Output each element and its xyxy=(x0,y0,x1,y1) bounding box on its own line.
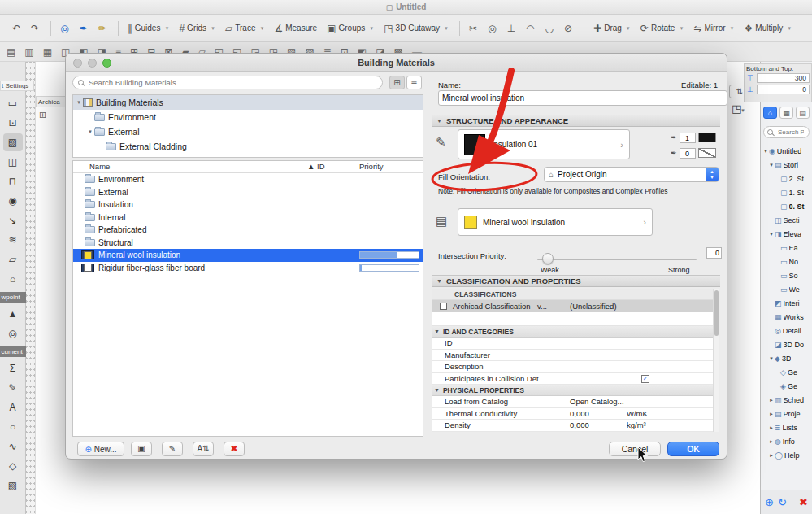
toolbar2-icon[interactable]: ▥ xyxy=(24,46,33,58)
tool-item[interactable]: ▭ xyxy=(3,94,23,112)
property-value[interactable]: 0,000 xyxy=(570,409,589,418)
column-id[interactable]: ▲ ID xyxy=(307,162,325,171)
duplicate-button[interactable]: ▣ xyxy=(131,442,152,456)
tool-item[interactable]: cument xyxy=(0,346,26,357)
classification-row[interactable]: Archicad Classification - v... (Unclassi… xyxy=(432,300,714,312)
intersection-priority-field[interactable]: 0 xyxy=(706,247,722,259)
toolbar-item[interactable]: # Grids ▾ xyxy=(175,20,221,37)
physical-properties-header[interactable]: ▼ PHYSICAL PROPERTIES xyxy=(432,385,713,396)
navigator-item[interactable]: ▭ No xyxy=(761,255,812,268)
structure-section-header[interactable]: ▼ STRUCTURE AND APPEARANCE xyxy=(432,115,720,127)
toolbar-item[interactable]: ⟳ Rotate ▾ xyxy=(636,20,690,37)
tool-item[interactable]: A xyxy=(3,399,23,416)
navigator-toolbar-button[interactable]: ⌂ xyxy=(763,107,777,119)
navigator-item[interactable]: ▭ Ea xyxy=(761,241,812,255)
navigator-item[interactable]: ▾ ▤ Stori xyxy=(761,158,812,172)
cut-fill-selector[interactable]: insulation 01 › xyxy=(458,129,630,159)
surface-selector[interactable]: Mineral wool insulation › xyxy=(458,208,653,236)
bottom-offset-field[interactable]: 0 xyxy=(757,85,810,94)
materials-search-input[interactable] xyxy=(87,77,377,88)
tree-view-button[interactable]: ⊞ xyxy=(389,76,405,89)
disclosure-icon[interactable]: ▸ xyxy=(768,397,775,403)
disclosure-icon[interactable]: ▸ xyxy=(768,425,775,431)
tool-item[interactable]: ◉ xyxy=(3,192,23,210)
close-window-button[interactable] xyxy=(73,59,82,68)
disclosure-icon[interactable]: ▾ xyxy=(768,355,775,362)
tool-item[interactable]: ∿ xyxy=(3,438,23,455)
table-row[interactable]: Internal xyxy=(73,211,423,224)
tool-item[interactable]: ↘ xyxy=(3,211,23,229)
toolbar-item[interactable]: ↶ xyxy=(8,20,27,37)
navigator-footer-icon[interactable]: ↻ xyxy=(778,496,787,508)
table-row[interactable]: External xyxy=(73,186,423,199)
navigator-item[interactable]: ▾ ◨ Eleva xyxy=(761,227,812,241)
checkbox[interactable] xyxy=(440,303,447,310)
disclosure-icon[interactable]: ▾ xyxy=(768,231,775,237)
tool-item[interactable]: ✎ xyxy=(3,379,23,397)
navigator-item[interactable]: ▾ ◆ 3D xyxy=(761,351,812,365)
cancel-button[interactable]: Cancel xyxy=(609,442,661,456)
dialog-titlebar[interactable]: Building Materials xyxy=(66,54,727,72)
scrollbar-thumb[interactable] xyxy=(714,290,719,336)
tool-item[interactable]: ⊓ xyxy=(3,172,23,190)
table-row[interactable]: Rigidur fiber-glass fiber board xyxy=(73,262,423,275)
toolbar-item[interactable]: ✒ xyxy=(76,20,94,37)
navigator-item[interactable]: ◪ 3D Do xyxy=(761,338,812,351)
tool-item[interactable]: ▲ xyxy=(3,305,23,323)
navigator-item[interactable]: ◎ Detail xyxy=(761,324,812,338)
new-material-button[interactable]: ⊕ New... xyxy=(77,442,124,456)
toolbar-item[interactable]: ▣ Groups ▾ xyxy=(323,20,380,37)
tool-item[interactable]: ○ xyxy=(3,418,23,436)
disclosure-icon[interactable]: ▸ xyxy=(768,438,775,445)
disclosure-icon[interactable]: ▸ xyxy=(768,411,775,417)
toolbar-item[interactable]: ✂ xyxy=(465,20,484,37)
tool-item[interactable]: ▱ xyxy=(3,250,23,268)
id-categories-header[interactable]: ▼ ID AND CATEGORIES xyxy=(432,326,713,338)
navigator-search-input[interactable] xyxy=(776,128,805,137)
column-priority[interactable]: Priority xyxy=(359,162,384,171)
toolbar-item[interactable]: ⇋ Mirror ▾ xyxy=(689,20,740,37)
tool-item[interactable]: ▧ xyxy=(3,477,23,494)
navigator-item[interactable]: ▸ ▤ Proje xyxy=(761,407,812,420)
fill-orientation-dropdown[interactable]: ⌂ Project Origin ▲▼ xyxy=(544,167,719,182)
disclosure-icon[interactable]: ▾ xyxy=(768,162,775,168)
table-row[interactable]: Mineral wool insulation xyxy=(73,249,423,262)
navigator-item[interactable]: ▭ We xyxy=(761,282,812,296)
table-row[interactable]: Structural xyxy=(73,237,423,250)
scrollbar[interactable] xyxy=(713,289,719,432)
toolbar-item[interactable]: ∥ Guides ▾ xyxy=(124,20,176,37)
navigator-item[interactable]: ▸ ◍ Info xyxy=(761,434,812,448)
disclosure-icon[interactable]: ▾ xyxy=(86,128,94,135)
ok-button[interactable]: OK xyxy=(667,442,719,456)
minimize-window-button[interactable] xyxy=(88,59,97,68)
property-row[interactable]: Load from Catalog Open Catalog... xyxy=(432,396,713,408)
classification-section-header[interactable]: ▼ CLASSIFICATION AND PROPERTIES xyxy=(432,275,720,287)
navigator-item[interactable]: ◇ Ge xyxy=(761,365,812,379)
navigator-item[interactable]: ▢ 1. St xyxy=(761,185,812,199)
property-row[interactable]: Density 0,000 kg/m³ xyxy=(432,420,713,432)
table-header[interactable]: Name ▲ ID Priority xyxy=(73,161,423,173)
tool-item[interactable]: ◎ xyxy=(3,325,23,342)
property-row[interactable]: ID xyxy=(432,338,713,350)
navigator-footer-icon[interactable]: ✖ xyxy=(799,496,808,508)
toolbar2-icon[interactable]: ▤ xyxy=(7,46,15,58)
tool-item[interactable]: ⌂ xyxy=(3,270,23,288)
toolbar-item[interactable] xyxy=(118,21,119,36)
tool-item[interactable]: ⊡ xyxy=(3,114,23,132)
slider-knob[interactable] xyxy=(542,253,554,264)
navigator-toolbar-button[interactable]: ▤ xyxy=(796,107,810,119)
top-offset-field[interactable]: 300 xyxy=(757,73,810,83)
navigator-item[interactable]: ▾ ◉ Untitled xyxy=(761,144,812,158)
tool-item[interactable]: ≋ xyxy=(3,231,23,249)
toolbar-item[interactable]: ⊘ xyxy=(560,20,579,37)
toolbar-item[interactable]: ✚ Drag ▾ xyxy=(589,20,636,37)
tool-item[interactable]: Σ xyxy=(3,359,23,377)
foreground-pen-field[interactable]: 1 xyxy=(680,133,696,143)
navigator-item[interactable]: ▢ 2. St xyxy=(761,172,812,185)
folder-tree-item[interactable]: ▾ External xyxy=(73,124,423,139)
toolbar-item[interactable] xyxy=(459,21,460,36)
checkbox[interactable] xyxy=(641,375,649,383)
table-row[interactable]: Insulation xyxy=(73,198,423,211)
table-row[interactable]: Prefabricated xyxy=(73,224,423,237)
property-value[interactable]: Open Catalog... xyxy=(570,397,624,406)
